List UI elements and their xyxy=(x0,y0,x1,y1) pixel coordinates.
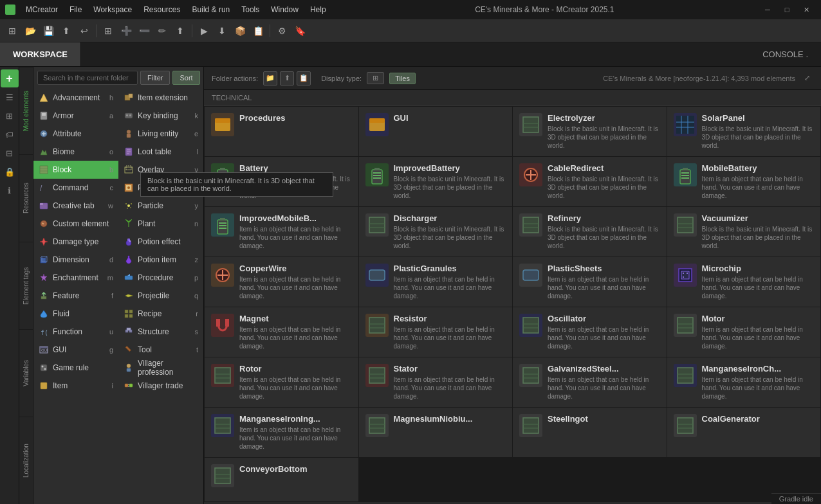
menu-plant[interactable]: Plant n xyxy=(118,215,203,233)
toolbar-grid[interactable]: ⊞ xyxy=(100,22,116,39)
menu-command[interactable]: / Command c xyxy=(33,179,118,197)
folder-new-btn[interactable]: 📁 xyxy=(263,71,277,86)
sort-button[interactable]: Sort xyxy=(172,71,199,85)
mod-card-17[interactable]: Resistor Item is an object that can be h… xyxy=(359,307,513,357)
vtab-variables[interactable]: Variables xyxy=(19,329,33,417)
menu-creative-tab[interactable]: Creative tab w xyxy=(33,197,118,215)
toolbar-run[interactable]: ⬇ xyxy=(214,22,230,39)
sidebar-list-view[interactable]: ☰ xyxy=(1,88,19,106)
toolbar-settings[interactable]: ⚙ xyxy=(273,22,290,39)
mod-card-3[interactable]: SolarPanel Block is the basic unit in Mi… xyxy=(667,107,821,156)
mod-card-18[interactable]: Oscillator Item is an object that can be… xyxy=(513,307,667,357)
mod-card-25[interactable]: MagnesiumNiobiu... xyxy=(359,408,513,457)
mod-card-13[interactable]: PlasticGranules Item is an object that c… xyxy=(359,257,513,307)
sidebar-new-element[interactable]: + xyxy=(1,69,19,87)
menu-tool[interactable]: Tool t xyxy=(118,341,203,359)
menu-item-extension[interactable]: Item extension xyxy=(118,89,203,107)
vtab-mod-elements[interactable]: Mod elements xyxy=(19,67,33,154)
menu-help[interactable]: Help xyxy=(305,4,331,15)
expand-button[interactable]: ⤢ xyxy=(800,72,813,85)
mod-card-24[interactable]: ManganeseIronIng... Item is an object th… xyxy=(205,408,358,457)
menu-procedure[interactable]: Procedure p xyxy=(118,269,203,287)
mod-card-27[interactable]: CoalGenerator xyxy=(667,408,821,457)
mod-card-23[interactable]: ManganeseIronCh... Item is an object tha… xyxy=(667,357,821,407)
toolbar-open[interactable]: 📂 xyxy=(22,22,39,39)
mod-card-19[interactable]: Motor Item is an object that can be held… xyxy=(667,307,821,357)
menu-living-entity[interactable]: Living entity e xyxy=(118,125,203,143)
mod-card-16[interactable]: Magnet Item is an object that can be hel… xyxy=(205,307,358,357)
close-button[interactable]: ✕ xyxy=(797,3,816,17)
toolbar-export[interactable]: 📦 xyxy=(232,22,248,39)
menu-potion-item[interactable]: Potion item z xyxy=(118,251,203,269)
toolbar-up[interactable]: ⬆ xyxy=(172,22,189,39)
toolbar-edit[interactable]: ✏ xyxy=(154,22,171,39)
mod-card-15[interactable]: Microchip Item is an object that can be … xyxy=(667,257,821,307)
menu-enchantment[interactable]: Enchantment m xyxy=(33,269,118,287)
toolbar-save-all[interactable]: ⬆ xyxy=(58,22,75,39)
vtab-resources[interactable]: Resources xyxy=(19,154,33,242)
menu-particle[interactable]: Particle y xyxy=(118,197,203,215)
mod-card-20[interactable]: Rotor Item is an object that can be held… xyxy=(205,357,358,407)
sidebar-filter[interactable]: ⊟ xyxy=(1,144,19,162)
toolbar-save[interactable]: 💾 xyxy=(40,22,57,39)
menu-loot-table[interactable]: Loot table l xyxy=(118,143,203,161)
toolbar-package[interactable]: 📋 xyxy=(250,22,266,39)
menu-block[interactable]: Block b xyxy=(33,161,118,179)
menu-feature[interactable]: Feature f xyxy=(33,287,118,305)
mod-card-5[interactable]: ImprovedBattery Block is the basic unit … xyxy=(359,157,513,206)
mod-card-7[interactable]: MobileBattery Item is an object that can… xyxy=(667,157,821,206)
workspace-tab[interactable]: WORKSPACE xyxy=(0,42,81,66)
mod-card-28[interactable]: ConveyorBottom xyxy=(205,458,358,501)
menu-window[interactable]: Window xyxy=(266,4,304,15)
mod-card-4[interactable]: Battery Block is the basic unit in Minec… xyxy=(205,157,358,206)
menu-custom-element[interactable]: * Custom element xyxy=(33,215,118,233)
folder-up-btn[interactable]: ⬆ xyxy=(280,71,294,86)
menu-item[interactable]: Item i xyxy=(33,377,118,395)
menu-mcreator[interactable]: MCreator xyxy=(21,4,63,15)
mod-card-21[interactable]: Stator Item is an object that can be hel… xyxy=(359,357,513,407)
vtab-localization[interactable]: Localization xyxy=(19,417,33,504)
menu-gui[interactable]: GUI GUI g xyxy=(33,341,118,359)
menu-dimension[interactable]: Dimension d xyxy=(33,251,118,269)
menu-painting[interactable]: Painting xyxy=(118,179,203,197)
sidebar-tags[interactable]: 🏷 xyxy=(1,125,19,143)
minimize-button[interactable]: ─ xyxy=(758,3,777,17)
menu-villager-profession[interactable]: Villager profession xyxy=(118,359,203,377)
menu-projectile[interactable]: Projectile q xyxy=(118,287,203,305)
sidebar-grid-view[interactable]: ⊞ xyxy=(1,107,19,125)
display-tiles-button[interactable]: Tiles xyxy=(389,73,416,84)
menu-file[interactable]: File xyxy=(64,4,87,15)
menu-structure[interactable]: Structure s xyxy=(118,323,203,341)
maximize-button[interactable]: □ xyxy=(777,3,797,17)
folder-move-btn[interactable]: 📋 xyxy=(297,71,311,86)
mod-card-9[interactable]: Discharger Block is the basic unit in Mi… xyxy=(359,207,513,256)
console-tab[interactable]: CONSOLE . xyxy=(750,42,821,66)
menu-biome[interactable]: Biome o xyxy=(33,143,118,161)
toolbar-new[interactable]: ⊞ xyxy=(4,22,21,39)
vtab-element-tags[interactable]: Element tags xyxy=(19,242,33,329)
sidebar-lock[interactable]: 🔒 xyxy=(1,163,19,181)
mod-card-2[interactable]: Electrolyzer Block is the basic unit in … xyxy=(513,107,667,156)
mod-card-1[interactable]: GUI xyxy=(359,107,513,156)
toolbar-bookmark[interactable]: 🔖 xyxy=(291,22,308,39)
mod-card-14[interactable]: PlasticSheets Item is an object that can… xyxy=(513,257,667,307)
mod-card-0[interactable]: Procedures xyxy=(205,107,358,156)
menu-fluid[interactable]: Fluid xyxy=(33,305,118,323)
mod-card-10[interactable]: Refinery Block is the basic unit in Mine… xyxy=(513,207,667,256)
menu-villager-trade[interactable]: Villager trade xyxy=(118,377,203,395)
menu-attribute[interactable]: Attribute xyxy=(33,125,118,143)
menu-resources[interactable]: Resources xyxy=(138,4,185,15)
menu-function[interactable]: f() Function u xyxy=(33,323,118,341)
menu-recipe[interactable]: Recipe r xyxy=(118,305,203,323)
mod-card-12[interactable]: CopperWire Item is an object that can be… xyxy=(205,257,358,307)
mod-card-11[interactable]: Vacuumizer Block is the basic unit in Mi… xyxy=(667,207,821,256)
menu-workspace[interactable]: Workspace xyxy=(88,4,137,15)
mod-card-22[interactable]: GalvanizedSteel... Item is an object tha… xyxy=(513,357,667,407)
display-grid-button[interactable]: ⊞ xyxy=(367,72,384,84)
toolbar-remove[interactable]: ➖ xyxy=(136,22,152,39)
menu-damage-type[interactable]: Damage type xyxy=(33,233,118,251)
toolbar-undo[interactable]: ↩ xyxy=(76,22,93,39)
menu-tools[interactable]: Tools xyxy=(236,4,264,15)
menu-potion-effect[interactable]: Potion effect xyxy=(118,233,203,251)
menu-key-binding[interactable]: Key binding k xyxy=(118,107,203,125)
